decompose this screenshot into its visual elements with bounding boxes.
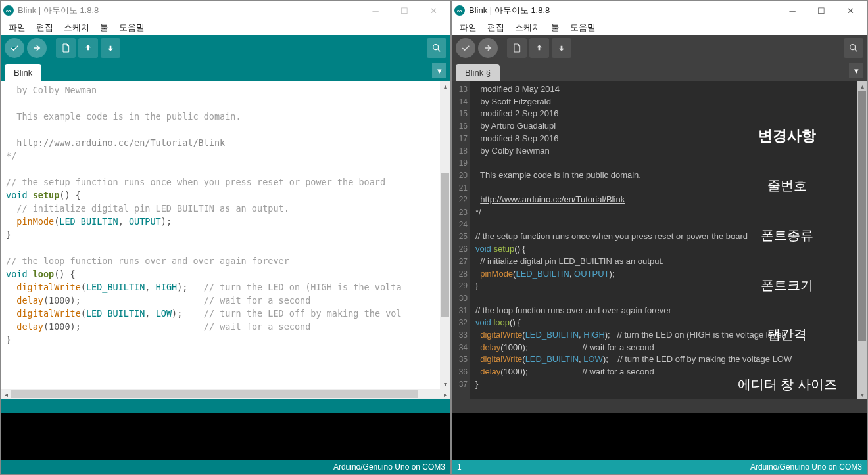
search-icon [848,43,859,53]
svg-point-0 [433,45,439,50]
menu-file[interactable]: 파일 [3,21,31,34]
menu-file[interactable]: 파일 [454,21,482,34]
window-title: Blink | 아두이노 1.8.8 [469,5,778,16]
console-output [452,413,867,460]
line-indicator: 1 [457,463,462,472]
arrow-up-icon [534,43,544,53]
vertical-scrollbar[interactable]: ▴ ▾ [440,81,450,389]
menu-sketch[interactable]: 스케치 [510,21,546,34]
check-icon [9,43,20,53]
close-button[interactable]: ✕ [836,1,865,20]
maximize-button[interactable]: ☐ [390,1,419,20]
titlebar: Blink | 아두이노 1.8.8 ─ ☐ ✕ [452,1,867,20]
save-button[interactable] [552,38,571,58]
minimize-button[interactable]: ─ [778,1,807,20]
scroll-down-icon[interactable]: ▾ [440,378,450,389]
arrow-down-icon [105,43,116,53]
serial-monitor-button[interactable] [427,38,446,58]
annotation-overlay: 변경사항 줄번호 폰트종류 폰트크기 탭간격 에디터 창 사이즈 [738,94,837,399]
save-button[interactable] [101,38,120,58]
scroll-down-icon[interactable]: ▾ [857,389,867,399]
overlay-item: 줄번호 [738,178,837,193]
footer: 1 Arduino/Genuino Uno on COM3 [452,460,867,474]
status-strip [452,399,867,413]
window-controls: ─ ☐ ✕ [361,1,448,20]
scroll-up-icon[interactable]: ▴ [857,81,867,91]
overlay-item: 폰트크기 [738,278,837,293]
overlay-item: 에디터 창 사이즈 [738,377,837,392]
menu-tools[interactable]: 툴 [546,21,565,34]
scroll-up-icon[interactable]: ▴ [440,81,450,91]
app-icon [3,5,14,16]
search-icon [431,43,442,53]
status-strip [1,399,450,413]
menu-help[interactable]: 도움말 [114,21,150,34]
new-button[interactable] [56,38,76,58]
tabbar: Blink § ▾ [452,61,867,81]
scroll-thumb[interactable] [858,91,866,341]
open-button[interactable] [78,38,98,58]
menubar: 파일 편집 스케치 툴 도움말 [452,20,867,35]
arrow-up-icon [83,43,93,53]
console-output [1,413,450,460]
menu-edit[interactable]: 편집 [31,21,59,34]
board-status: Arduino/Genuino Uno on COM3 [333,463,445,472]
serial-monitor-button[interactable] [844,38,863,58]
overlay-item: 탭간격 [738,327,837,342]
horizontal-scrollbar[interactable]: ◂ ▸ [1,389,450,399]
line-number-gutter: 13 14 15 16 17 18 19 20 21 22 23 24 25 2… [452,81,470,399]
minimize-button[interactable]: ─ [361,1,390,20]
arrow-down-icon [556,43,567,53]
arduino-window-dark: Blink | 아두이노 1.8.8 ─ ☐ ✕ 파일 편집 스케치 툴 도움말 [451,0,868,475]
menubar: 파일 편집 스케치 툴 도움말 [1,20,450,35]
tabbar: Blink ▾ [1,61,450,81]
menu-edit[interactable]: 편집 [482,21,510,34]
maximize-button[interactable]: ☐ [807,1,836,20]
editor[interactable]: 13 14 15 16 17 18 19 20 21 22 23 24 25 2… [452,81,867,399]
check-icon [460,43,471,53]
scroll-thumb[interactable] [441,173,449,317]
close-button[interactable]: ✕ [419,1,448,20]
new-button[interactable] [507,38,527,58]
app-icon [454,5,465,16]
toolbar [1,35,450,61]
scroll-right-icon[interactable]: ▸ [440,391,450,398]
arduino-window-light: Blink | 아두이노 1.8.8 ─ ☐ ✕ 파일 편집 스케치 툴 도움말 [0,0,451,475]
overlay-item: 폰트종류 [738,228,837,243]
window-controls: ─ ☐ ✕ [778,1,865,20]
verify-button[interactable] [5,38,24,58]
code-area[interactable]: modified 8 May 2014 by Scott Fitzgerald … [470,81,857,399]
scroll-left-icon[interactable]: ◂ [1,391,11,398]
board-status: Arduino/Genuino Uno on COM3 [750,463,862,472]
menu-tools[interactable]: 툴 [95,21,114,34]
overlay-title: 변경사항 [738,127,837,144]
tab-menu-button[interactable]: ▾ [432,63,446,78]
vertical-scrollbar[interactable]: ▴ ▾ [857,81,867,399]
arrow-right-icon [483,43,493,53]
titlebar: Blink | 아두이노 1.8.8 ─ ☐ ✕ [1,1,450,20]
arrow-right-icon [32,43,42,53]
footer: Arduino/Genuino Uno on COM3 [1,460,450,474]
tab-blink[interactable]: Blink § [456,64,500,81]
upload-button[interactable] [478,38,498,58]
menu-help[interactable]: 도움말 [565,21,601,34]
menu-sketch[interactable]: 스케치 [59,21,95,34]
verify-button[interactable] [456,38,475,58]
hscroll-thumb[interactable] [11,390,418,398]
tab-menu-button[interactable]: ▾ [849,63,863,78]
code-area[interactable]: by Colby Newman This example code is in … [1,81,440,389]
toolbar [452,35,867,61]
file-icon [512,43,522,53]
open-button[interactable] [529,38,549,58]
window-title: Blink | 아두이노 1.8.8 [18,5,361,16]
svg-point-1 [850,45,856,50]
upload-button[interactable] [27,38,47,58]
tab-blink[interactable]: Blink [5,64,41,81]
editor[interactable]: by Colby Newman This example code is in … [1,81,450,389]
file-icon [60,43,71,53]
